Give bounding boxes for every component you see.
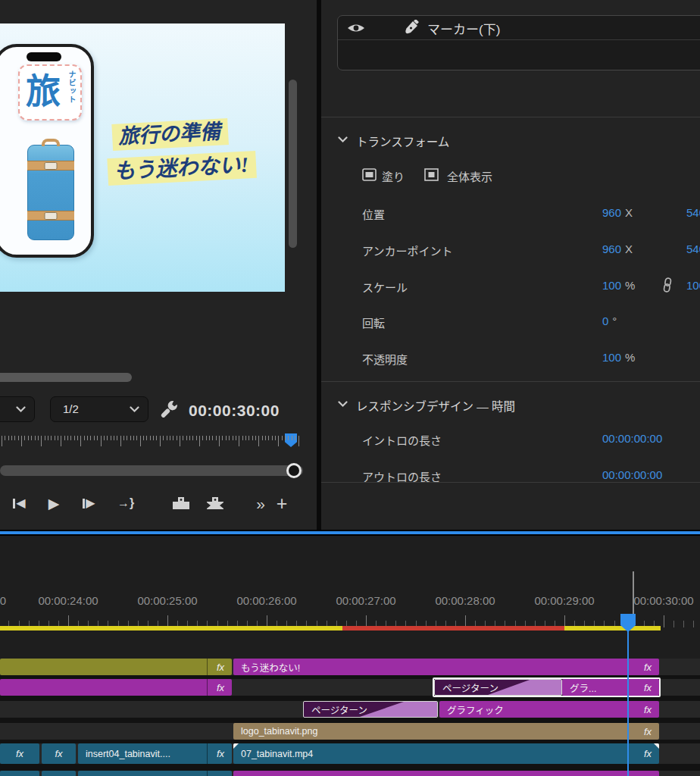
program-preview[interactable]: 旅 ナビット 旅行の準備 もう迷わない! [0,23,285,292]
mini-ruler-tick [80,436,81,446]
transform-collapse-chevron[interactable] [338,136,348,143]
monitor-navigator-bar[interactable] [0,465,303,476]
fx-badge[interactable]: fx [644,701,652,718]
extract-icon [205,496,225,510]
fx-badge[interactable]: fx [217,743,224,764]
clip-header-box: マーカー(下) [337,15,700,70]
timeline-clip[interactable]: グラ...fx [562,679,659,696]
anchor-y-value[interactable]: 540 [686,242,700,255]
mini-ruler-tick [90,436,91,440]
mini-ruler-tick [222,436,223,440]
timeline-clip[interactable]: ページターン [434,679,562,696]
visibility-eye-icon[interactable] [347,22,365,34]
mini-ruler-tick [153,436,154,440]
media-limit-notch [654,743,659,749]
pen-icon[interactable] [403,20,419,36]
mini-ruler-tick [186,436,187,440]
timeline-clip[interactable]: fx [42,771,76,776]
render-status-bar [342,626,564,630]
timeline-clip[interactable]: logo_tabinavit.pngfx [233,723,659,740]
play-button[interactable]: ▶ [41,491,67,515]
fill-label[interactable]: 塗り [382,168,405,184]
mini-ruler-tick [216,436,217,440]
transform-section-title[interactable]: トランスフォーム [356,133,449,149]
fx-badge[interactable]: fx [55,771,62,776]
fx-badge[interactable]: fx [644,771,652,776]
mini-ruler-tick [130,436,131,440]
timeline-panel[interactable]: 00:00:24:0000:00:25:0000:00:26:0000:00:2… [0,536,700,776]
chevron-down-icon [16,406,26,413]
mini-ruler-tick [229,436,230,440]
timeline-clip[interactable]: fx [0,659,232,675]
mini-ruler-tick [177,436,177,440]
mini-ruler-tick [248,436,249,440]
phone-dynamic-island [27,52,61,61]
timeline-clip[interactable]: insert04_tabinavit....fx [78,743,232,764]
playback-resolution-dropdown[interactable]: 1/2 [50,396,148,422]
fill-icon[interactable] [362,168,377,181]
fit-view-icon[interactable] [424,168,439,181]
responsive-collapse-chevron[interactable] [338,401,348,408]
zoom-level-dropdown[interactable] [0,396,35,422]
mini-ruler-tick [111,436,111,440]
timeline-clip[interactable]: fx [0,679,232,696]
settings-wrench-icon[interactable] [159,399,180,420]
responsive-section-title[interactable]: レスポンシブデザイン — 時間 [356,397,515,414]
clip-label: insert04_tabinavit... [86,771,167,776]
step-forward-button[interactable]: ▶ [76,491,102,515]
mini-ruler-tick [156,436,157,440]
clip-label: ページターン [442,680,498,695]
mini-ruler-tick [67,436,68,440]
timeline-clip[interactable]: 07_tabinavit.mp4fx [233,743,659,764]
effect-controls-panel: マーカー(下) トランスフォーム 塗り 全体表示 位置 960X 540 アンカ… [321,0,700,531]
mini-ruler-tick [21,436,22,446]
fit-view-label[interactable]: 全体表示 [447,168,492,184]
timeline-clip[interactable]: fx [0,743,39,764]
outro-length-value[interactable]: 00:00:00:00 [602,468,662,481]
playhead-line[interactable] [627,627,629,776]
add-button-editor[interactable]: + [269,491,295,515]
track-gap [0,718,700,723]
mini-ruler-tick [143,436,144,440]
link-chain-icon[interactable] [661,277,673,293]
monitor-mini-ruler[interactable] [2,433,303,453]
extract-button[interactable] [202,491,228,515]
fx-badge[interactable]: fx [217,659,224,675]
timeline-clip[interactable]: fx [42,743,76,764]
position-y-value[interactable]: 540 [686,206,700,219]
lift-button[interactable] [168,491,194,515]
mini-ruler-tick [262,436,263,440]
program-timecode[interactable]: 00:00:30:00 [189,399,280,422]
timeline-clip[interactable]: ページターン [303,701,438,718]
timeline-clip[interactable]: もう迷わない!fx [233,659,659,675]
mini-ruler-tick [123,436,124,440]
fx-badge[interactable]: fx [644,743,652,764]
fx-badge[interactable]: fx [217,679,224,696]
step-back-button[interactable]: ◀ [6,491,32,515]
mini-ruler-tick [127,436,127,440]
timeline-clip[interactable]: グラフィックfx [233,771,659,776]
program-monitor-panel: 旅 ナビット 旅行の準備 もう迷わない! 1/2 00:00:30:00 [0,0,317,531]
clip-label: insert04_tabinavit.... [86,743,170,764]
timeline-clip[interactable]: fx [0,771,39,776]
fx-badge[interactable]: fx [644,679,652,696]
timeline-clip[interactable]: グラフィックfx [439,701,659,718]
fx-badge[interactable]: fx [644,659,652,675]
fx-badge[interactable]: fx [217,771,224,776]
preview-horizontal-scrollbar[interactable] [0,373,132,382]
fx-badge[interactable]: fx [16,771,23,776]
intro-length-value[interactable]: 00:00:00:00 [602,432,662,445]
fx-badge[interactable]: fx [644,723,652,740]
opacity-label: 不透明度 [362,351,408,367]
scale-y-value[interactable]: 100 [686,279,700,292]
monitor-navigator-knob[interactable] [286,463,302,478]
mini-ruler-tick [58,436,58,440]
mini-ruler-tick [160,436,161,446]
goto-out-button[interactable]: →} [113,491,139,515]
mini-ruler-tick [202,436,203,440]
fx-badge[interactable]: fx [55,743,62,764]
fx-badge[interactable]: fx [16,743,23,764]
timeline-clip[interactable]: insert04_tabinavit...fx [78,771,232,776]
preview-vertical-scrollbar[interactable] [289,80,297,248]
track-gap [0,764,700,771]
